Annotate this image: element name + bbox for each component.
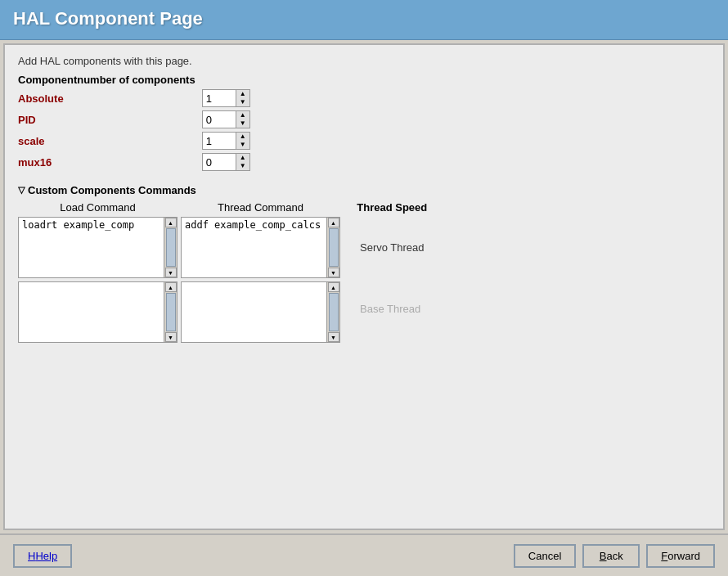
thread-speed-row-1: Servo Thread (357, 217, 428, 278)
component-row: mux16 ▲ ▼ (18, 151, 257, 173)
component-spinbox-3[interactable]: ▲ ▼ (202, 151, 257, 173)
component-table: Componentnumber of components Absolute ▲… (18, 74, 257, 173)
spinbox-up-0[interactable]: ▲ (236, 90, 249, 98)
component-spinbox-1[interactable]: ▲ ▼ (202, 109, 257, 130)
back-button[interactable]: Back (582, 544, 640, 568)
commands-layout: Load Command Thread Command loadrt examp… (18, 201, 710, 346)
footer-left: HHelp (13, 544, 514, 568)
load-scrollbar-2[interactable]: ▲ ▼ (164, 282, 177, 342)
help-underline: HHelp (28, 550, 57, 562)
servo-thread-label: Servo Thread (357, 235, 428, 260)
component-row: PID ▲ ▼ (18, 109, 257, 130)
footer-right: Cancel Back Forward (514, 544, 715, 568)
thread-command-col-header: Thread Command (218, 201, 303, 214)
help-button[interactable]: HHelp (13, 544, 72, 568)
load-command-col-header: Load Command (60, 201, 136, 214)
thread-command-textarea-1[interactable]: addf example_comp_calcs (182, 218, 326, 277)
thread-scrollbar-1[interactable]: ▲ ▼ (326, 218, 339, 277)
command-row-2: ▲ ▼ ▲ ▼ (18, 281, 340, 343)
scroll-up-btn[interactable]: ▲ (328, 282, 339, 292)
command-row-1: loadrt example_comp ▲ ▼ addf example_com… (18, 217, 340, 278)
thread-scrollbar-2[interactable]: ▲ ▼ (326, 282, 339, 342)
component-name-3: mux16 (18, 151, 202, 173)
thread-speed-row-2: Base Thread (357, 278, 428, 340)
scroll-thumb (329, 228, 339, 267)
base-thread-label: Base Thread (357, 296, 424, 322)
scroll-down-btn[interactable]: ▼ (165, 268, 177, 277)
component-row: Absolute ▲ ▼ (18, 88, 257, 109)
component-input-3[interactable] (203, 154, 236, 170)
component-input-2[interactable] (203, 133, 236, 149)
main-content: Add HAL components with this page. Compo… (3, 43, 725, 530)
custom-commands-section: ▽ Custom Components Commands Load Comman… (18, 184, 710, 346)
footer: HHelp Cancel Back Forward (0, 533, 728, 576)
thread-command-textarea-2-container: ▲ ▼ (181, 281, 340, 343)
load-command-textarea-2-container: ▲ ▼ (18, 281, 178, 343)
thread-speed-column: Thread Speed Servo Thread Base Thread (357, 201, 428, 340)
intro-text: Add HAL components with this page. (18, 55, 710, 67)
spinbox-up-3[interactable]: ▲ (236, 154, 249, 162)
col-header-count (202, 74, 257, 88)
load-command-textarea-1-container: loadrt example_comp ▲ ▼ (18, 217, 178, 278)
component-spinbox-0[interactable]: ▲ ▼ (202, 88, 257, 109)
component-name-2: scale (18, 130, 202, 151)
scroll-up-btn[interactable]: ▲ (165, 218, 177, 227)
scroll-down-btn[interactable]: ▼ (328, 332, 339, 342)
scroll-down-btn[interactable]: ▼ (165, 332, 177, 342)
scroll-thumb (166, 228, 176, 267)
spinbox-down-0[interactable]: ▼ (236, 98, 249, 106)
col-header-component: Componentnumber of components (18, 74, 202, 88)
spinbox-down-2[interactable]: ▼ (236, 141, 249, 149)
load-scrollbar-1[interactable]: ▲ ▼ (164, 218, 177, 277)
load-command-textarea-2[interactable] (19, 282, 164, 342)
cancel-button[interactable]: Cancel (514, 544, 576, 568)
scroll-thumb (166, 293, 176, 331)
collapse-header[interactable]: ▽ Custom Components Commands (18, 184, 710, 196)
thread-command-textarea-1-container: addf example_comp_calcs ▲ ▼ (181, 217, 340, 278)
scroll-down-btn[interactable]: ▼ (328, 268, 339, 277)
component-input-0[interactable] (203, 90, 236, 106)
page-header: HAL Component Page (0, 0, 728, 40)
component-input-1[interactable] (203, 111, 236, 128)
commands-main: Load Command Thread Command loadrt examp… (18, 201, 340, 346)
spinbox-up-2[interactable]: ▲ (236, 133, 249, 141)
thread-command-textarea-2[interactable] (182, 282, 326, 342)
component-spinbox-2[interactable]: ▲ ▼ (202, 130, 257, 151)
page-title: HAL Component Page (13, 8, 715, 29)
spinbox-down-1[interactable]: ▼ (236, 119, 249, 128)
component-name-0: Absolute (18, 88, 202, 109)
thread-speed-header: Thread Speed (357, 201, 427, 214)
custom-commands-title: Custom Components Commands (28, 184, 196, 196)
scroll-up-btn[interactable]: ▲ (328, 218, 339, 227)
component-name-1: PID (18, 109, 202, 130)
collapse-arrow-icon: ▽ (18, 185, 25, 196)
scroll-thumb (329, 293, 339, 331)
scroll-up-btn[interactable]: ▲ (165, 282, 177, 292)
spinbox-down-3[interactable]: ▼ (236, 162, 249, 170)
forward-button[interactable]: Forward (646, 544, 715, 568)
component-row: scale ▲ ▼ (18, 130, 257, 151)
spinbox-up-1[interactable]: ▲ (236, 111, 249, 119)
load-command-textarea-1[interactable]: loadrt example_comp (19, 218, 164, 277)
